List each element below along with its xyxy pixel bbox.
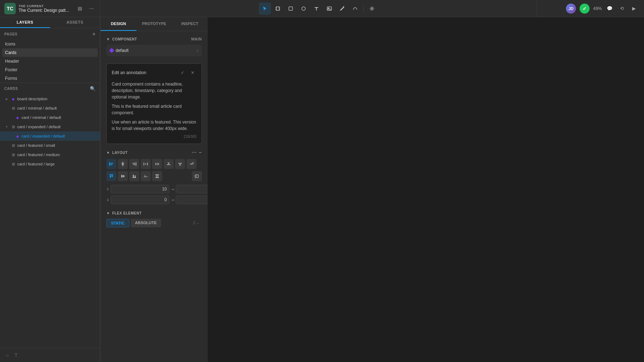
component-chevron[interactable]: › [197, 48, 198, 53]
text-tool-btn[interactable] [310, 3, 323, 15]
svg-rect-158 [145, 163, 146, 165]
tablet-icon[interactable]: ▤ [76, 4, 84, 13]
comment-icon[interactable]: 💬 [605, 4, 614, 13]
layer-card-expanded-default-child[interactable]: ◆ card / expanded / default [0, 131, 100, 141]
svg-rect-147 [109, 162, 110, 166]
svg-rect-177 [155, 174, 159, 175]
bottom-circle-icon[interactable]: ○ [6, 352, 9, 358]
layer-card-featured-large[interactable]: ⊞ card / featured / large [0, 159, 100, 169]
svg-rect-157 [147, 163, 148, 165]
layer-card-minimal-default[interactable]: ⊞ card / minimal / default [0, 103, 100, 113]
history-icon[interactable]: ⟲ [618, 4, 626, 13]
zoom-label[interactable]: 49% [593, 6, 602, 11]
align-stretch-btn[interactable] [152, 171, 162, 181]
svg-rect-161 [158, 163, 159, 165]
layer-card-expanded-default[interactable]: ▼ ⊞ card / expanded / default [0, 122, 100, 131]
page-item-header[interactable]: Header [2, 57, 98, 66]
collapse-layout-icon[interactable]: ▼ [106, 151, 110, 155]
tab-design[interactable]: DESIGN [101, 17, 136, 31]
grid-icon: ⊞ [11, 124, 16, 129]
pen-tool-btn[interactable] [336, 3, 348, 15]
grid-icon: ⊞ [11, 143, 16, 148]
layer-card-featured-medium[interactable]: ⊞ card / featured / medium [0, 150, 100, 159]
svg-rect-5 [289, 7, 292, 10]
corner-radius-btn[interactable] [192, 171, 202, 181]
wrap-btn[interactable] [187, 159, 197, 169]
collapse-flex-icon[interactable]: ▼ [106, 211, 110, 215]
curve-tool-btn[interactable] [349, 3, 361, 15]
svg-rect-154 [132, 163, 135, 164]
layout-left-input[interactable] [176, 196, 208, 204]
more-icon[interactable]: ⋯ [87, 4, 96, 13]
annotation-confirm-btn[interactable]: ✓ [179, 69, 187, 77]
page-item-cards[interactable]: Cards [2, 48, 98, 57]
align-items-start-btn[interactable] [106, 171, 116, 181]
annotation-text-2: This is the featured small article card … [112, 103, 197, 116]
svg-rect-150 [122, 162, 123, 166]
align-space-between-btn[interactable] [141, 159, 151, 169]
align-center-h-btn[interactable] [118, 159, 128, 169]
layout-input-right: ➡ [171, 185, 208, 193]
annotation-box: Edit an annotation ✓ ✕ Card component co… [106, 63, 202, 144]
align-right-end-btn[interactable] [129, 159, 139, 169]
layout-more-btn[interactable]: ⋯ [192, 150, 197, 155]
settings-tool-btn[interactable] [366, 3, 378, 15]
svg-rect-167 [110, 175, 111, 178]
annotation-close-btn[interactable]: ✕ [189, 69, 197, 77]
svg-rect-160 [157, 163, 158, 165]
layer-card-featured-small[interactable]: ⊞ card / featured / small [0, 141, 100, 150]
flex-static-btn[interactable]: STATIC [106, 219, 129, 227]
flex-element-header: ▼ FLEX ELEMENT [106, 211, 202, 215]
svg-rect-149 [110, 164, 112, 165]
flex-absolute-btn[interactable]: ABSOLUTE [131, 219, 161, 227]
align-items-end-btn[interactable] [129, 171, 139, 181]
svg-rect-171 [123, 175, 124, 177]
diamond-icon [109, 48, 114, 53]
tab-inspect[interactable]: INSPECT [172, 17, 208, 31]
page-item-footer[interactable]: Footer [2, 66, 98, 74]
layers-search-btn[interactable]: 🔍 [90, 86, 96, 91]
align-up-btn[interactable] [175, 159, 185, 169]
diamond-icon: ◆ [15, 134, 20, 139]
align-left-start-btn[interactable] [106, 159, 116, 169]
tab-assets[interactable]: ASSETS [50, 17, 100, 28]
rect-tool-btn[interactable] [285, 3, 297, 15]
play-icon[interactable]: ▶ [630, 4, 638, 13]
layer-card-minimal-default-child[interactable]: ◆ card / minimal / default [0, 113, 100, 122]
layout-inputs: ⬆ ➡ ⬇ ⬅ [106, 185, 202, 204]
tab-prototype[interactable]: PROTOTYPE [136, 17, 172, 31]
align-space-around-btn[interactable] [152, 159, 162, 169]
layer-name: card / featured / medium [17, 153, 97, 157]
circle-tool-btn[interactable] [297, 3, 310, 15]
svg-marker-163 [168, 163, 170, 164]
page-item-forms[interactable]: Forms [2, 74, 98, 83]
tab-layers[interactable]: LAYERS [0, 17, 50, 28]
layout-bottom-input[interactable] [111, 196, 169, 204]
select-tool-btn[interactable] [259, 3, 271, 15]
collapse-icon[interactable]: ▼ [106, 37, 110, 41]
online-status [580, 4, 590, 14]
layout-minus-btn[interactable]: − [199, 150, 202, 155]
top-bar-center [100, 3, 537, 15]
align-baseline-btn[interactable]: b [141, 171, 151, 181]
layout-top-input[interactable] [111, 185, 169, 193]
layers-section: CARDS 🔍 ▶ ◆ board description ⊞ card / m… [0, 83, 100, 348]
page-item-icons[interactable]: Icons [2, 40, 98, 48]
left-icon: ⬅ [171, 198, 174, 202]
align-items-center-btn[interactable] [118, 171, 128, 181]
pages-add-btn[interactable]: + [92, 31, 96, 37]
top-bar: TC THE CURRENT The Current: Design patt.… [0, 0, 644, 17]
frame-tool-btn[interactable] [272, 3, 284, 15]
page-label: Icons [5, 42, 15, 47]
app-title-block: THE CURRENT The Current: Design patt... [19, 4, 73, 13]
bottom-text-icon[interactable]: T [14, 352, 18, 358]
layout-right-input[interactable] [176, 185, 208, 193]
sidebar-bottom: ○ T [0, 348, 100, 362]
align-down-btn[interactable] [164, 159, 174, 169]
svg-rect-173 [133, 175, 134, 177]
diamond-icon: ◆ [15, 115, 20, 120]
image-tool-btn[interactable] [323, 3, 335, 15]
layer-board-description[interactable]: ▶ ◆ board description [0, 94, 100, 103]
right-panel-tabs: DESIGN PROTOTYPE INSPECT [101, 17, 208, 31]
pages-section-header[interactable]: PAGES + [0, 28, 100, 40]
